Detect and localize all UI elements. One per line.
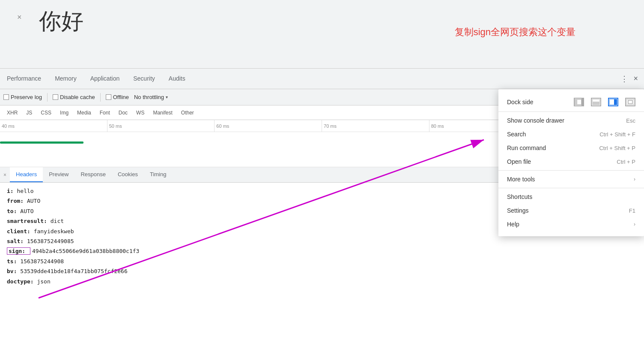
dock-side-section: Dock side [498,93,644,112]
more-options-icon[interactable]: ⋮ [618,74,631,84]
filter-js[interactable]: JS [23,109,36,117]
tab-security[interactable]: Security [126,69,162,89]
sign-key-highlight: sign: [7,247,30,255]
filter-media[interactable]: Media [74,109,95,117]
menu-open-file[interactable]: Open file Ctrl + P [498,155,644,168]
filter-img[interactable]: Img [57,109,72,117]
dock-left-icon[interactable] [574,98,584,106]
devtools-close-icon[interactable]: × [631,74,641,83]
header-doctype: doctype: json [7,277,637,286]
devtools-tabs-bar: Performance Memory Application Security … [0,69,644,89]
preserve-log-checkbox-box [3,94,9,100]
menu-more-tools[interactable]: More tools › [498,172,644,186]
menu-search[interactable]: Search Ctrl + Shift + F [498,127,644,141]
preserve-log-checkbox[interactable]: Preserve log [3,94,42,100]
header-ts: ts: 1563875244908 [7,256,637,266]
offline-checkbox-box [106,94,111,100]
svg-rect-9 [628,100,632,104]
annotation-text: 复制sign全网页搜索这个变量 [455,26,575,39]
filter-manifest[interactable]: Manifest [149,109,176,117]
toolbar-separator-1 [47,93,48,102]
throttle-label: No throttling [134,94,164,100]
request-panel-close[interactable]: × [3,172,6,178]
menu-show-console-drawer[interactable]: Show console drawer Esc [498,114,644,127]
dropdown-menu: Dock side Show console drawer Esc Search… [498,89,644,236]
svg-rect-7 [614,99,617,105]
disable-cache-checkbox-box [53,94,58,100]
filter-css[interactable]: CSS [37,109,55,117]
dock-right-icon[interactable] [608,98,618,106]
header-bv: bv: 53539dde41bde18f4a71bb075fcf2e66 [7,266,637,276]
menu-section-more-tools: More tools › [498,171,644,188]
dock-side-label: Dock side [507,99,567,105]
throttle-select[interactable]: No throttling ▾ [134,94,168,100]
toolbar-separator-2 [100,93,101,102]
tick-70ms: 70 ms [322,120,429,132]
menu-run-command[interactable]: Run command Ctrl + Shift + P [498,141,644,155]
filter-xhr[interactable]: XHR [3,109,21,117]
menu-help[interactable]: Help › [498,217,644,231]
disable-cache-label: Disable cache [60,94,95,100]
tab-memory[interactable]: Memory [48,69,83,89]
tab-preview[interactable]: Preview [43,167,75,182]
page-title: 你好 [39,6,83,36]
offline-label: Offline [113,94,129,100]
tab-audits[interactable]: Audits [162,69,192,89]
browser-top: × 你好 复制sign全网页搜索这个变量 [0,0,644,69]
dock-bottom-icon[interactable] [591,98,601,106]
filter-other[interactable]: Other [178,109,197,117]
menu-section-settings: Shortcuts Settings F1 Help › [498,188,644,233]
header-sign: sign: 494b2a4c55066e9d61a038bb8800c1f3 [7,246,637,256]
tick-60ms: 60 ms [215,120,322,132]
tab-cookies[interactable]: Cookies [112,167,144,182]
network-bar [0,141,83,144]
tick-40ms: 40 ms [0,120,107,132]
menu-shortcuts[interactable]: Shortcuts [498,190,644,204]
offline-checkbox[interactable]: Offline [106,94,129,100]
tab-timing[interactable]: Timing [144,167,173,182]
throttle-dropdown-icon: ▾ [166,95,168,99]
menu-section-main: Show console drawer Esc Search Ctrl + Sh… [498,112,644,171]
svg-rect-8 [626,99,634,105]
menu-settings[interactable]: Settings F1 [498,204,644,217]
filter-ws[interactable]: WS [133,109,148,117]
svg-rect-5 [592,102,600,105]
tab-application[interactable]: Application [83,69,127,89]
filter-doc[interactable]: Doc [115,109,131,117]
svg-rect-3 [575,99,577,105]
preserve-log-label: Preserve log [11,94,42,100]
dock-undock-icon[interactable] [625,98,635,106]
tab-headers[interactable]: Headers [10,167,43,182]
tab-performance[interactable]: Performance [0,69,48,89]
filter-font[interactable]: Font [96,109,113,117]
tab-response[interactable]: Response [75,167,112,182]
tick-50ms: 50 ms [107,120,215,132]
disable-cache-checkbox[interactable]: Disable cache [53,94,95,100]
header-salt: salt: 15638752449085 [7,236,637,246]
close-button[interactable]: × [17,13,22,22]
